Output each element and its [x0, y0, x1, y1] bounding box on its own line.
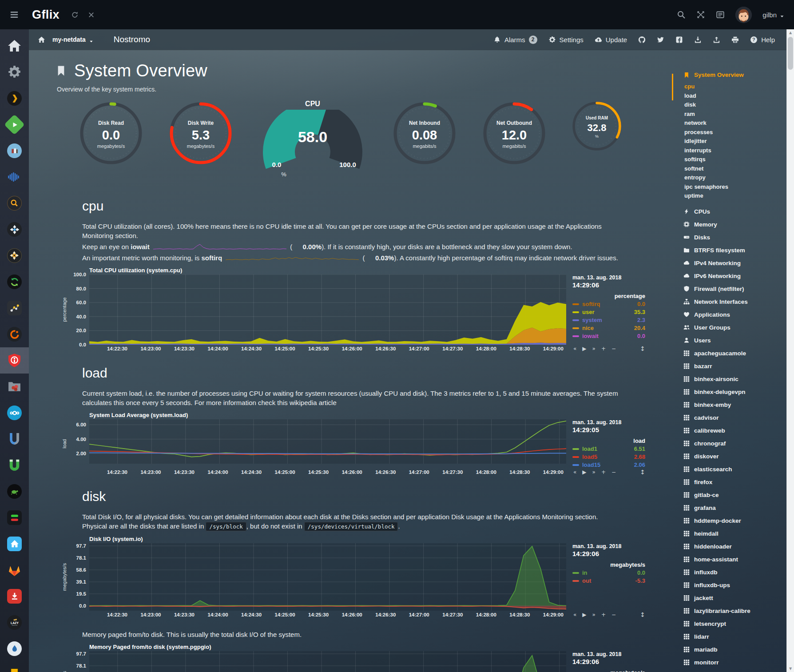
sidebar-app-uptime-status[interactable] — [0, 505, 29, 531]
nav-item-ram[interactable]: ram — [684, 110, 786, 119]
sidebar-app-home-assistant[interactable] — [0, 531, 29, 557]
sidebar-app-ubooquity[interactable] — [0, 426, 29, 452]
nav-app-hiddenloader[interactable]: hiddenloader — [683, 540, 786, 553]
pan-forward-button[interactable]: » — [592, 612, 596, 618]
nav-section-users[interactable]: Users — [683, 334, 786, 347]
help-button[interactable]: ? Help — [750, 36, 775, 44]
sidebar-app-calibre-web[interactable] — [0, 138, 29, 164]
nav-section-ipv6-networking[interactable]: IPv6 Networking — [683, 270, 786, 282]
alarms-button[interactable]: Alarms 2 — [493, 36, 537, 44]
nav-section-network-interfaces[interactable]: Network Interfaces — [683, 295, 786, 308]
nd-home-icon[interactable] — [38, 36, 45, 44]
nav-app-home-assistant[interactable]: home-assistant — [683, 553, 786, 566]
sidebar-app-sabnzbd[interactable]: sab — [0, 662, 29, 672]
play-button[interactable]: ▶ — [582, 346, 586, 352]
legend-disk-in[interactable]: in 0.0 — [572, 569, 645, 576]
sidebar-app-orange-core-app[interactable] — [0, 243, 29, 269]
sidebar-app-netdata-shield[interactable] — [0, 347, 29, 374]
nav-item-idlejitter[interactable]: idlejitter — [684, 137, 786, 146]
twitter-button[interactable] — [657, 36, 664, 44]
print-button[interactable] — [731, 36, 739, 44]
sidebar-app-ombi[interactable] — [0, 216, 29, 243]
play-button[interactable]: ▶ — [582, 469, 586, 475]
user-menu[interactable]: gilbn — [762, 11, 784, 19]
zoom-out-button[interactable]: − — [611, 469, 616, 475]
changelog-icon[interactable] — [716, 10, 725, 19]
zoom-in-button[interactable]: + — [601, 469, 606, 475]
sidebar-app-emby[interactable] — [0, 111, 29, 138]
nav-item-cpu[interactable]: cpu — [684, 82, 786, 91]
nav-app-firefox[interactable]: firefox — [683, 476, 786, 489]
sidebar-app-home[interactable] — [0, 33, 29, 59]
nav-item-interrupts[interactable]: interrupts — [684, 146, 786, 155]
nav-app-grafana[interactable]: grafana — [683, 501, 786, 514]
chart-plot-load[interactable] — [89, 419, 566, 468]
hamburger-menu-icon[interactable] — [10, 10, 19, 19]
nav-section-ipv4-networking[interactable]: IPv4 Networking — [683, 257, 786, 270]
nav-app-gitlab-ce[interactable]: gitlab-ce — [683, 489, 786, 501]
legend-cpu-iowait[interactable]: iowait 0.0 — [572, 333, 645, 339]
chart-plot-pgpgio[interactable] — [89, 651, 566, 672]
nav-app-lazylibrarian-calibre[interactable]: lazylibrarian-calibre — [683, 604, 786, 617]
resize-handle[interactable]: ↕ — [640, 469, 645, 476]
nav-app-binhex-delugevpn[interactable]: binhex-delugevpn — [683, 386, 786, 398]
import-button[interactable] — [694, 36, 702, 44]
pan-backward-button[interactable]: « — [573, 612, 576, 618]
nav-app-chronograf[interactable]: chronograf — [683, 437, 786, 450]
sidebar-app-gitlab[interactable] — [0, 557, 29, 583]
sidebar-app-nextcloud[interactable] — [0, 400, 29, 426]
zoom-out-button[interactable]: − — [611, 346, 616, 352]
nav-app-netdata[interactable]: netdata — [683, 669, 786, 672]
pan-forward-button[interactable]: » — [592, 346, 596, 352]
scrollbar-thumb[interactable] — [788, 37, 793, 70]
pan-forward-button[interactable]: » — [592, 469, 596, 475]
page-scrollbar[interactable]: ▲ ▼ — [786, 29, 794, 672]
nav-app-jackett[interactable]: jackett — [683, 592, 786, 604]
zoom-in-button[interactable]: + — [601, 612, 606, 618]
nav-app-elasticsearch[interactable]: elasticsearch — [683, 463, 786, 476]
zoom-out-button[interactable]: − — [611, 612, 616, 618]
settings-button[interactable]: Settings — [548, 36, 584, 44]
nav-app-lidarr[interactable]: lidarr — [683, 630, 786, 643]
nav-item-network[interactable]: network — [684, 119, 786, 128]
legend-cpu-softirq[interactable]: softirq 0.0 — [572, 301, 645, 307]
play-button[interactable]: ▶ — [582, 612, 586, 618]
legend-disk-out[interactable]: out -5.3 — [572, 577, 645, 584]
nav-item-ipc-semaphores[interactable]: ipc semaphores — [684, 183, 786, 192]
legend-cpu-system[interactable]: system 2.3 — [572, 317, 645, 323]
nav-app-influxdb-ups[interactable]: influxdb-ups — [683, 579, 786, 592]
nav-app-mariadb[interactable]: mariadb — [683, 643, 786, 656]
nav-section-disks[interactable]: Disks — [683, 231, 786, 244]
scrollbar-down-arrow[interactable]: ▼ — [787, 665, 794, 672]
nav-item-processes[interactable]: processes — [684, 128, 786, 137]
refresh-tab-icon[interactable] — [71, 11, 79, 19]
nav-app-monitorr[interactable]: monitorr — [683, 656, 786, 669]
nav-item-softirqs[interactable]: softirqs — [684, 155, 786, 164]
nav-app-apacheguacamole[interactable]: apacheguacamole — [683, 347, 786, 360]
zoom-in-button[interactable]: + — [601, 346, 606, 352]
legend-load-load1[interactable]: load1 6.51 — [572, 445, 645, 452]
sidebar-app-jackett[interactable] — [0, 190, 29, 216]
nav-app-heimdall[interactable]: heimdall — [683, 527, 786, 540]
resize-handle[interactable]: ↕ — [640, 611, 645, 618]
nav-app-diskover[interactable]: diskover — [683, 450, 786, 463]
legend-load-load15[interactable]: load15 2.06 — [572, 461, 645, 468]
nav-item-load[interactable]: load — [684, 91, 786, 101]
nav-item-uptime[interactable]: uptime — [684, 191, 786, 201]
chart-plot-cpu[interactable] — [89, 274, 566, 345]
scrollbar-up-arrow[interactable]: ▲ — [787, 29, 794, 36]
sidebar-app-youtube-dl[interactable] — [0, 583, 29, 609]
pan-backward-button[interactable]: « — [573, 469, 576, 475]
legend-cpu-user[interactable]: user 35.3 — [572, 309, 645, 315]
update-button[interactable]: Update — [595, 36, 627, 44]
sidebar-app-deluge[interactable] — [0, 636, 29, 662]
sidebar-app-node-graph-app[interactable] — [0, 295, 29, 321]
facebook-button[interactable] — [675, 36, 683, 44]
close-tab-icon[interactable] — [87, 11, 95, 19]
export-button[interactable] — [713, 36, 720, 44]
fullscreen-icon[interactable] — [696, 10, 705, 19]
nav-app-binhex-emby[interactable]: binhex-emby — [683, 398, 786, 411]
nav-section-user-groups[interactable]: User Groups — [683, 321, 786, 334]
github-button[interactable] — [638, 36, 646, 44]
sidebar-app-turtle-app[interactable] — [0, 478, 29, 505]
